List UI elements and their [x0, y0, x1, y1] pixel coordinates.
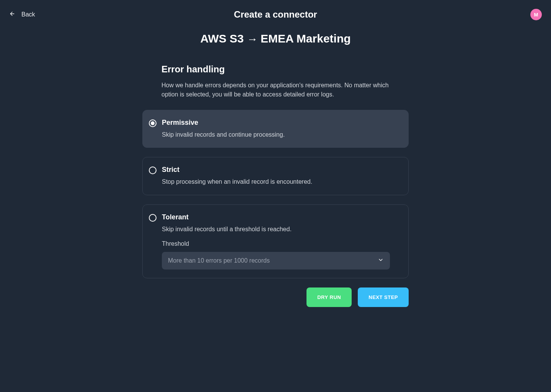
radio-icon — [149, 119, 156, 127]
radio-icon — [149, 214, 156, 222]
dry-run-button[interactable]: Dry Run — [306, 287, 352, 307]
threshold-select[interactable]: More than 10 errors per 1000 records — [162, 252, 390, 270]
next-step-button[interactable]: Next Step — [358, 287, 409, 307]
button-row: Dry Run Next Step — [142, 287, 409, 307]
threshold-label: Threshold — [162, 240, 390, 247]
option-permissive[interactable]: Permissive Skip invalid records and cont… — [142, 110, 409, 148]
option-title: Strict — [162, 166, 390, 174]
option-title: Tolerant — [162, 213, 390, 221]
avatar[interactable]: M — [530, 9, 542, 20]
connector-from: AWS S3 — [200, 32, 243, 45]
connector-to: EMEA Marketing — [261, 32, 351, 45]
option-tolerant[interactable]: Tolerant Skip invalid records until a th… — [142, 204, 409, 278]
option-body: Strict Stop processing when an invalid r… — [162, 166, 390, 186]
option-description: Stop processing when an invalid record i… — [162, 178, 390, 186]
option-body: Permissive Skip invalid records and cont… — [162, 119, 390, 139]
header: Back Create a connector M — [9, 9, 542, 20]
option-body: Tolerant Skip invalid records until a th… — [162, 213, 390, 270]
back-label: Back — [21, 11, 35, 18]
option-description: Skip invalid records until a threshold i… — [162, 225, 390, 234]
radio-icon — [149, 167, 156, 174]
option-title: Permissive — [162, 119, 390, 127]
connector-subtitle: AWS S3 → EMEA Marketing — [9, 32, 542, 46]
back-button[interactable]: Back — [9, 11, 35, 18]
arrow-right-icon: → — [247, 33, 261, 45]
threshold-section: Threshold More than 10 errors per 1000 r… — [162, 240, 390, 270]
main-content: Error handling How we handle errors depe… — [142, 64, 409, 307]
threshold-select-wrapper: More than 10 errors per 1000 records — [162, 252, 390, 270]
section-description: How we handle errors depends on your app… — [161, 81, 390, 99]
option-description: Skip invalid records and continue proces… — [162, 131, 390, 139]
section-title: Error handling — [161, 64, 409, 75]
arrow-left-icon — [9, 11, 15, 18]
option-strict[interactable]: Strict Stop processing when an invalid r… — [142, 157, 409, 195]
page-title: Create a connector — [9, 9, 542, 20]
